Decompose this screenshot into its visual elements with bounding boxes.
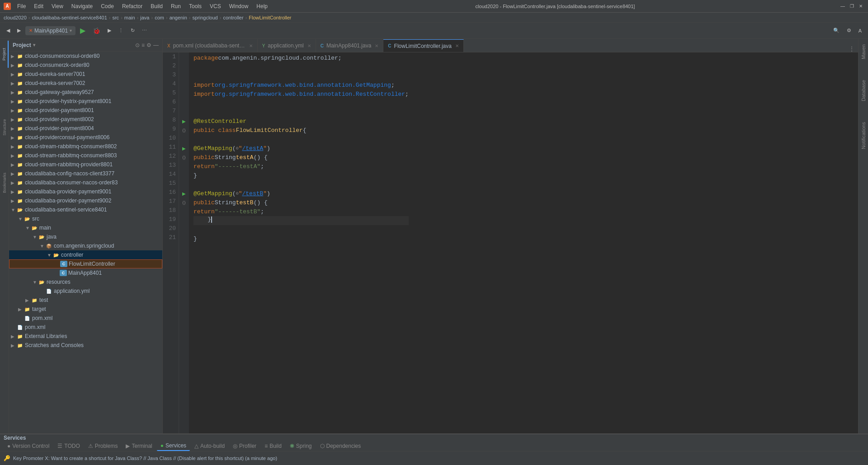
tree-item[interactable]: ▶📁cloud-eureka-server7001 — [9, 70, 162, 79]
panel-action-close[interactable]: — — [153, 42, 159, 48]
right-tab-database[interactable]: Database — [860, 76, 867, 105]
tree-item[interactable]: ▶📁cloud-consumerconsul-order80 — [9, 52, 162, 61]
bottom-tab-version-control[interactable]: ●Version Control — [4, 441, 53, 451]
toolbar-forward-button[interactable]: ▶ — [14, 26, 24, 35]
toolbar-more-options[interactable]: ⋮ — [116, 26, 126, 35]
editor-tab-1[interactable]: Yapplication.yml✕ — [258, 39, 316, 52]
breadcrumb-item-3[interactable]: main — [124, 15, 135, 20]
toolbar-mainapp-selector[interactable]: ✕ MainApp8401 ▾ — [25, 26, 75, 35]
bottom-tab-auto-build[interactable]: △Auto-build — [191, 441, 228, 451]
sidebar-tab-structure[interactable]: Structure — [0, 114, 9, 141]
bottom-tab-build[interactable]: ≡Build — [261, 441, 285, 451]
tree-item[interactable]: ▶📁cloud-stream-rabbitmq-consumer8802 — [9, 142, 162, 151]
tree-item[interactable]: ▶📁cloudalibaba-consumer-nacos-order83 — [9, 178, 162, 187]
tree-item[interactable]: 📄pom.xml — [9, 314, 162, 323]
breadcrumb-item-1[interactable]: cloudalibaba-sentinel-service8401 — [32, 15, 107, 20]
right-tab-maven[interactable]: Maven — [860, 41, 867, 63]
tree-item[interactable]: ▶📁cloud-stream-rabbitmq-provider8801 — [9, 160, 162, 169]
tab-close-button[interactable]: ✕ — [307, 43, 311, 48]
breadcrumb-item-4[interactable]: java — [140, 15, 149, 20]
right-tab-notifications[interactable]: Notifications — [860, 118, 867, 153]
bottom-tab-todo[interactable]: ☰TODO — [54, 441, 83, 451]
tree-item[interactable]: ▶📁cloud-providerconsul-payment8006 — [9, 133, 162, 142]
toolbar-back-button[interactable]: ◀ — [4, 26, 13, 35]
bottom-tab-spring[interactable]: ❋Spring — [286, 441, 316, 451]
tree-item[interactable]: ▼📂controller — [9, 250, 162, 259]
menu-item-refactor[interactable]: Refactor — [118, 2, 146, 10]
sidebar-tab-project[interactable]: Project — [0, 41, 9, 68]
tree-item[interactable]: ▶📁cloud-eureka-server7002 — [9, 79, 162, 88]
tree-item[interactable]: ▶📁cloud-provider-payment8002 — [9, 115, 162, 124]
tree-item[interactable]: ▶📁cloud-provider-payment8004 — [9, 124, 162, 133]
tree-item[interactable]: ▶📁cloudalibaba-provider-payment9001 — [9, 187, 162, 196]
tree-item[interactable]: ▼📂cloudalibaba-sentinel-service8401 — [9, 205, 162, 214]
bottom-tab-dependencies[interactable]: ⬡Dependencies — [316, 441, 365, 451]
menu-item-navigate[interactable]: Navigate — [68, 2, 96, 10]
tab-bar-more-button[interactable]: ⋮ — [845, 46, 858, 52]
tree-item[interactable]: ▶📁cloud-provider-hystrix-payment8001 — [9, 97, 162, 106]
breadcrumb-item-0[interactable]: cloud2020 — [4, 15, 27, 20]
menu-item-edit[interactable]: Edit — [30, 2, 47, 10]
tree-item[interactable]: ▶📁cloud-consumerzk-order80 — [9, 61, 162, 70]
breadcrumb-item-2[interactable]: src — [112, 15, 119, 20]
tree-item[interactable]: 📄pom.xml — [9, 323, 162, 332]
menu-item-tools[interactable]: Tools — [185, 2, 205, 10]
run-button[interactable]: ▶ — [77, 25, 88, 36]
run-coverage-button[interactable]: ▶ — [105, 26, 114, 35]
menu-item-view[interactable]: View — [48, 2, 67, 10]
gutter-cell-11[interactable]: ▶ — [179, 144, 189, 153]
toolbar-translate-button[interactable]: A — [856, 27, 864, 35]
menu-item-run[interactable]: Run — [167, 2, 184, 10]
toolbar-settings-button[interactable]: ⚙ — [844, 26, 854, 35]
close-button[interactable]: ✕ — [857, 3, 864, 10]
editor-tab-2[interactable]: CMainApp8401.java✕ — [316, 39, 384, 52]
tree-item[interactable]: ▶📁cloud-provider-payment8001 — [9, 106, 162, 115]
tree-item[interactable]: ▶📁test — [9, 296, 162, 305]
editor-tab-0[interactable]: Xpom.xml (cloudalibaba-sentinel-service8… — [163, 39, 258, 52]
debug-button[interactable]: 🐞 — [90, 26, 103, 36]
breadcrumb-item-5[interactable]: com — [155, 15, 164, 20]
gutter-cell-8[interactable]: ▶ — [179, 117, 189, 126]
panel-action-settings[interactable]: ⚙ — [146, 42, 151, 48]
tree-item[interactable]: ▶📁External Libraries — [9, 332, 162, 341]
tab-close-button[interactable]: ✕ — [249, 43, 253, 48]
breadcrumb-item-6[interactable]: angenin — [170, 15, 187, 20]
panel-action-collapse[interactable]: ≡ — [142, 42, 145, 48]
tab-close-button[interactable]: ✕ — [455, 43, 459, 48]
editor-tab-3[interactable]: CFlowLimitController.java✕ — [383, 39, 464, 52]
tree-item[interactable]: ▶📁cloud-stream-rabbitmq-consumer8803 — [9, 151, 162, 160]
breadcrumb-item-8[interactable]: controller — [223, 15, 243, 20]
tree-item[interactable]: 📄application.yml — [9, 287, 162, 296]
bottom-tab-problems[interactable]: ⚠Problems — [85, 441, 122, 451]
tree-item[interactable]: ▼📂java — [9, 232, 162, 241]
menu-item-build[interactable]: Build — [147, 2, 166, 10]
tree-item[interactable]: ▶📁cloudalibaba-config-nacos-client3377 — [9, 169, 162, 178]
bottom-tab-services[interactable]: ●Services — [157, 441, 190, 451]
breadcrumb-item-9[interactable]: FlowLimitController — [249, 15, 291, 20]
menu-item-window[interactable]: Window — [226, 2, 252, 10]
minimize-button[interactable]: — — [839, 3, 846, 10]
menu-item-vcs[interactable]: VCS — [206, 2, 225, 10]
code-text-column[interactable]: package com.angenin.springcloud.controll… — [189, 52, 409, 433]
tree-item[interactable]: ▶📁Scratches and Consoles — [9, 341, 162, 350]
menu-item-file[interactable]: File — [14, 2, 29, 10]
tree-item[interactable]: ▼📂src — [9, 214, 162, 223]
tree-item[interactable]: ▼📦com.angenin.springcloud — [9, 241, 162, 250]
menu-item-help[interactable]: Help — [253, 2, 271, 10]
menu-item-code[interactable]: Code — [97, 2, 118, 10]
tree-item[interactable]: ▼📂main — [9, 223, 162, 232]
tree-item[interactable]: ▶📁cloudalibaba-provider-payment9002 — [9, 196, 162, 205]
bottom-tab-profiler[interactable]: ◎Profiler — [229, 441, 260, 451]
tab-close-button[interactable]: ✕ — [375, 43, 378, 48]
maximize-button[interactable]: ❐ — [848, 3, 855, 10]
tree-item[interactable]: ▶📁target — [9, 305, 162, 314]
gutter-cell-16[interactable]: ▶ — [179, 189, 189, 198]
tree-item[interactable]: ▶📁cloud-gateway-gateway9527 — [9, 88, 162, 97]
breadcrumb-item-7[interactable]: springcloud — [192, 15, 217, 20]
toolbar-more2[interactable]: ⋯ — [139, 26, 150, 35]
toolbar-refresh-button[interactable]: ↻ — [128, 26, 137, 35]
panel-action-scope[interactable]: ⊙ — [135, 42, 140, 48]
sidebar-tab-bookmarks[interactable]: Bookmarks — [0, 169, 9, 196]
bottom-tab-terminal[interactable]: ▶Terminal — [122, 441, 156, 451]
tree-item[interactable]: CMainApp8401 — [9, 268, 162, 277]
